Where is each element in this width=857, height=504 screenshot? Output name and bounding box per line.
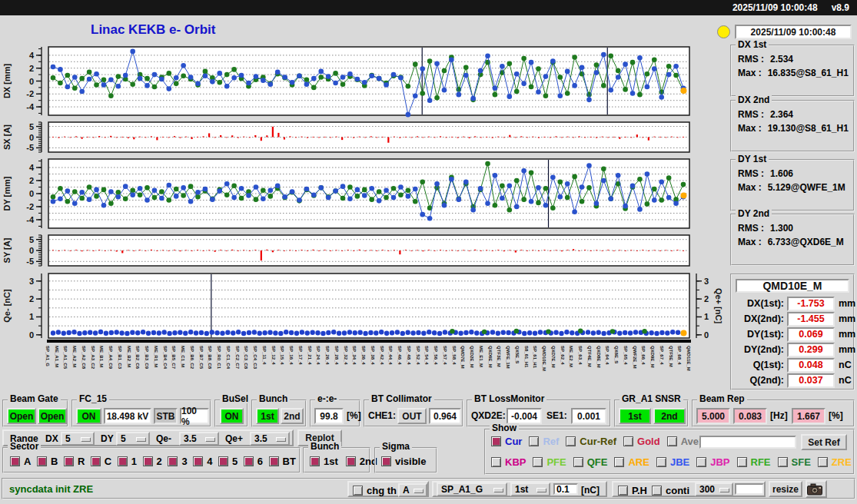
bunch-1st-button[interactable]: 1st bbox=[256, 408, 279, 424]
beam-gate-open-button-1[interactable]: Open bbox=[7, 408, 36, 424]
checkbox-b[interactable]: B bbox=[37, 456, 58, 467]
qxd2e-value: -0.004 bbox=[507, 408, 542, 424]
checkbox-square bbox=[566, 436, 576, 446]
bt-collimator-title: BT Collimator bbox=[369, 394, 434, 403]
dropdown-indicator bbox=[493, 488, 503, 492]
bunch-select-dropdown[interactable]: 1st bbox=[510, 482, 550, 496]
checkbox-p-h[interactable]: P.H bbox=[618, 485, 647, 496]
checkbox-jbe[interactable]: JBE bbox=[656, 456, 689, 468]
monitor-value: 0.299 bbox=[787, 343, 835, 357]
beam-rep-value-3: 1.667 bbox=[792, 408, 825, 424]
gr-a1-1st-button[interactable]: 1st bbox=[619, 408, 651, 424]
checkbox-visible[interactable]: visible bbox=[381, 456, 426, 467]
checkbox-4[interactable]: 4 bbox=[193, 456, 212, 467]
x-tick-label: SP_17_4 bbox=[298, 346, 302, 365]
range-qem-dropdown[interactable]: 3.5 bbox=[179, 432, 219, 446]
checkbox-gold[interactable]: Gold bbox=[623, 436, 660, 447]
checkbox-rfe[interactable]: RFE bbox=[737, 456, 771, 468]
checkbox-a[interactable]: A bbox=[10, 456, 31, 467]
checkbox-bt[interactable]: BT bbox=[269, 456, 296, 467]
checkbox-label: KBP bbox=[505, 456, 526, 468]
range-dx-dropdown[interactable]: 5 bbox=[61, 432, 95, 446]
busel-group: BuSel ON bbox=[214, 400, 248, 427]
x-tick-label: SP_11_4 bbox=[262, 346, 266, 364]
busel-on-button[interactable]: ON bbox=[220, 408, 244, 424]
screenshot-button[interactable] bbox=[806, 480, 827, 498]
stat-box-dy-2nd: DY 2ndRMS :1.300Max :6.733@QXD6E_MMin :-… bbox=[730, 214, 855, 266]
checkbox-label: A bbox=[24, 456, 31, 467]
checkbox-cur[interactable]: Cur bbox=[491, 436, 522, 447]
x-tick-label: SP_A1_C5 bbox=[63, 346, 67, 369]
checkbox-chg-th[interactable]: chg th bbox=[353, 485, 397, 496]
set-ref-button[interactable]: Set Ref bbox=[801, 434, 847, 450]
x-axis-labels: SP_A1_GME_A1_MSP_A1_C5ME_A2_MSP_A2_C8SP_… bbox=[0, 345, 722, 393]
checkbox-square bbox=[529, 436, 539, 446]
range-dy-dropdown[interactable]: 5 bbox=[116, 432, 150, 446]
checkbox-square bbox=[37, 456, 47, 466]
checkbox-c[interactable]: C bbox=[91, 456, 111, 467]
checkbox-cur-ref[interactable]: Cur-Ref bbox=[566, 436, 616, 447]
checkbox-square bbox=[193, 456, 203, 466]
x-tick-label: SP_68_4 bbox=[677, 346, 681, 365]
monitor-value: 0.037 bbox=[787, 373, 835, 388]
fc15-on-button[interactable]: ON bbox=[76, 408, 101, 424]
sector-group: Sector ABRC123456BT bbox=[2, 447, 301, 473]
bt-lossmonitor-title: BT LossMonitor bbox=[472, 394, 546, 403]
resize-button[interactable]: resize bbox=[769, 481, 802, 497]
checkbox-label: JBE bbox=[670, 456, 689, 468]
svg-text:2: 2 bbox=[29, 294, 34, 303]
checkbox-2[interactable]: 2 bbox=[143, 456, 162, 467]
beam-gate-open-button-2[interactable]: Open bbox=[38, 408, 67, 424]
checkbox-ref[interactable]: Ref bbox=[529, 436, 559, 447]
checkbox-label: R bbox=[78, 456, 85, 467]
svg-text:SX [A]: SX [A] bbox=[2, 124, 12, 150]
checkbox-qfe[interactable]: QFE bbox=[573, 456, 608, 468]
checkbox-label: B bbox=[51, 456, 58, 467]
checkbox-are[interactable]: ARE bbox=[614, 456, 649, 468]
checkbox-jbp[interactable]: JBP bbox=[696, 456, 729, 468]
x-tick-label: SP_65_4 bbox=[623, 346, 627, 365]
checkbox-2nd[interactable]: 2nd bbox=[346, 456, 377, 467]
checkbox-1st[interactable]: 1st bbox=[310, 456, 338, 467]
checkbox-label: BT bbox=[283, 456, 296, 467]
checkbox-label: 5 bbox=[232, 456, 238, 467]
sp-select-dropdown[interactable]: SP_A1_G bbox=[437, 482, 507, 496]
extra-input[interactable] bbox=[735, 483, 764, 495]
checkbox-conti[interactable]: conti bbox=[652, 485, 689, 496]
monitor-row-dx-1st-: DX(1st):-1.753mm bbox=[732, 296, 853, 311]
qxd2e-label: QXD2E: bbox=[471, 410, 506, 421]
bunch-select-title: Bunch bbox=[308, 442, 341, 451]
checkbox-1[interactable]: 1 bbox=[118, 456, 137, 467]
checkbox-r[interactable]: R bbox=[64, 456, 85, 467]
svg-text:3: 3 bbox=[29, 277, 34, 286]
x-tick-label: SP_B4_C4 bbox=[163, 346, 167, 369]
points-dropdown[interactable]: 300 bbox=[695, 482, 733, 496]
chg-th-mode-dropdown[interactable]: A bbox=[398, 483, 427, 497]
x-tick-label: SP_C2_C7 bbox=[235, 346, 239, 369]
threshold-input[interactable] bbox=[553, 483, 578, 495]
svg-text:-2: -2 bbox=[26, 89, 34, 98]
checkbox-5[interactable]: 5 bbox=[218, 456, 238, 467]
monitor-panel: QMD10E_M DX(1st):-1.753mmDX(2nd):-1.455m… bbox=[730, 274, 855, 390]
checkbox-zre[interactable]: ZRE bbox=[818, 456, 852, 468]
gr-a1-snsr-title: GR_A1 SNSR bbox=[619, 394, 683, 403]
x-tick-label: QTF3E_M bbox=[497, 346, 500, 367]
checkbox-label: 3 bbox=[181, 456, 187, 467]
bunch-title: Bunch bbox=[257, 394, 290, 403]
beam-rep-value-1: 5.000 bbox=[696, 408, 730, 424]
checkbox-6[interactable]: 6 bbox=[244, 456, 263, 467]
gr-a1-2nd-button[interactable]: 2nd bbox=[653, 408, 686, 424]
status-message: syncdata init ZRE bbox=[9, 483, 93, 495]
checkbox-pfe[interactable]: PFE bbox=[533, 456, 566, 468]
range-qep-dropdown[interactable]: 3.5 bbox=[250, 432, 290, 446]
show-row2: KBPPFEQFEAREJBEJBPRFESFEZRE bbox=[491, 456, 852, 468]
ref-name-input[interactable] bbox=[699, 436, 796, 449]
svg-text:0: 0 bbox=[29, 330, 34, 340]
x-tick-label: SP_B6_C2 bbox=[190, 346, 194, 369]
bunch-2nd-button[interactable]: 2nd bbox=[281, 408, 304, 424]
checkbox-kbp[interactable]: KBP bbox=[491, 456, 526, 468]
che1-out-button[interactable]: OUT bbox=[397, 408, 427, 424]
checkbox-sfe[interactable]: SFE bbox=[778, 456, 811, 468]
x-tick-label: SP_46_4 bbox=[397, 346, 401, 365]
checkbox-3[interactable]: 3 bbox=[168, 456, 187, 467]
